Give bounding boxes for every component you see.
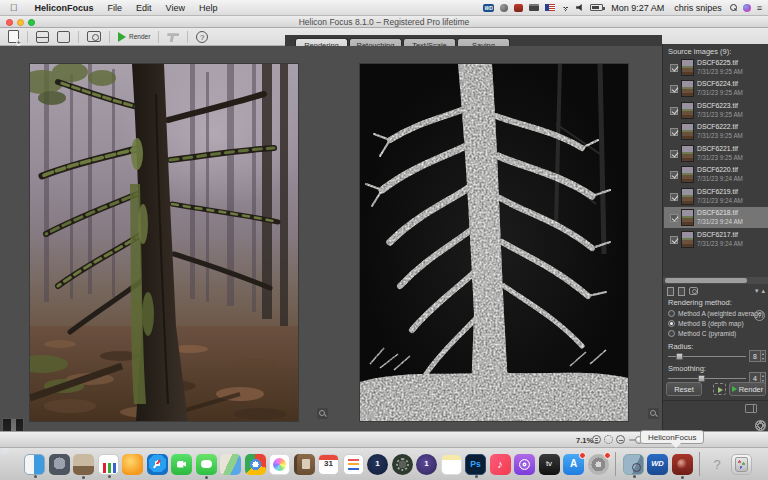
spinner-arrows[interactable] [760, 351, 765, 361]
vertical-layout-button[interactable] [57, 30, 70, 44]
source-image-row[interactable]: DSCF6221.tif7/31/23 9:25 AM [664, 143, 768, 164]
remove-image-icon[interactable] [678, 287, 685, 296]
horizontal-layout-button[interactable] [36, 30, 49, 44]
dock-finder[interactable] [24, 454, 45, 475]
dock-settings-gear[interactable] [392, 454, 413, 475]
checkbox-checked-icon[interactable] [670, 85, 678, 93]
method-help-icon[interactable]: ? [754, 310, 765, 321]
radius-slider[interactable] [668, 352, 746, 360]
dock-photos[interactable] [269, 454, 290, 475]
checkbox-checked-icon[interactable] [670, 150, 678, 158]
method-a-radio[interactable]: Method A (weighted average) [668, 310, 764, 317]
printer-icon[interactable] [529, 4, 539, 11]
dock-preview-photo[interactable] [73, 454, 94, 475]
source-image-row-selected[interactable]: DSCF6218.tif7/31/23 9:24 AM [664, 207, 768, 228]
notification-center-icon[interactable]: ≡ [757, 4, 762, 12]
moon-icon[interactable] [500, 4, 508, 12]
menu-user[interactable]: chris snipes [672, 3, 724, 13]
source-image-row[interactable]: DSCF6217.tif7/31/23 9:24 AM [664, 229, 768, 250]
menu-edit[interactable]: Edit [129, 3, 159, 13]
zoom-actual-size-icon[interactable] [592, 435, 601, 444]
open-images-button[interactable] [8, 30, 19, 44]
dock-launchpad[interactable] [49, 454, 70, 475]
radius-slider-knob[interactable] [676, 353, 683, 360]
dock-messages[interactable] [196, 454, 217, 475]
dock-helicon-focus[interactable] [672, 454, 693, 475]
checkbox-checked-icon[interactable] [670, 236, 678, 244]
dock-notes[interactable] [441, 454, 462, 475]
add-image-icon[interactable] [667, 287, 674, 296]
method-b-radio[interactable]: Method B (depth map) [668, 320, 744, 327]
apple-menu-icon[interactable]:  [10, 3, 18, 13]
menu-clock[interactable]: Mon 9:27 AM [609, 3, 666, 13]
dock-app-store[interactable]: A [563, 454, 584, 475]
dock-trash[interactable] [731, 454, 752, 475]
horizontal-scrollbar[interactable] [663, 277, 768, 284]
render-button[interactable]: Render [729, 382, 766, 396]
spotlight-icon[interactable] [730, 4, 737, 11]
radio-unselected-icon[interactable] [668, 330, 675, 337]
dock-contacts[interactable] [294, 454, 315, 475]
dock-photoshop[interactable]: Ps [465, 454, 486, 475]
dock-maps[interactable] [220, 454, 241, 475]
dock-calendar[interactable]: 31 [318, 454, 339, 475]
help-button[interactable]: ? [196, 30, 208, 44]
source-image-row[interactable]: DSCF6220.tif7/31/23 9:24 AM [664, 164, 768, 185]
menu-file[interactable]: File [101, 3, 130, 13]
checkbox-checked-icon[interactable] [670, 107, 678, 115]
source-image-row[interactable]: DSCF6224.tif7/31/23 9:25 AM [664, 78, 768, 99]
dock-onepassword-7[interactable]: 1 [367, 454, 388, 475]
radio-unselected-icon[interactable] [668, 310, 675, 317]
method-c-radio[interactable]: Method C (pyramid) [668, 330, 736, 337]
source-image-row[interactable]: DSCF6222.tif7/31/23 9:25 AM [664, 121, 768, 142]
volume-icon[interactable] [576, 4, 584, 12]
radio-selected-icon[interactable] [668, 320, 675, 327]
checkbox-checked-icon[interactable] [670, 214, 678, 222]
dock-podcasts[interactable] [514, 454, 535, 475]
red-app-icon[interactable] [514, 4, 523, 12]
smoothing-slider[interactable] [668, 374, 746, 382]
radius-spinner[interactable]: 8 [749, 350, 766, 362]
retouch-tool-button[interactable] [167, 30, 179, 44]
battery-icon[interactable] [590, 4, 603, 11]
dock-missing-app[interactable]: ? [707, 454, 728, 475]
dock-stocks[interactable] [98, 454, 119, 475]
dock-facetime[interactable] [171, 454, 192, 475]
reset-button[interactable]: Reset [666, 382, 702, 396]
menu-help[interactable]: Help [192, 3, 225, 13]
siri-icon[interactable] [743, 4, 751, 12]
wifi-icon[interactable] [561, 4, 570, 12]
menu-view[interactable]: View [159, 3, 192, 13]
camera-button[interactable] [87, 30, 101, 44]
source-image-row[interactable]: DSCF6223.tif7/31/23 9:25 AM [664, 100, 768, 121]
chevron-down-icon[interactable]: ▾ [755, 287, 759, 295]
window-titlebar[interactable]: Helicon Focus 8.1.0 – Registered Pro lif… [0, 16, 768, 28]
toolbar-render-button[interactable]: Render [118, 30, 150, 44]
magnifier-plus-icon[interactable] [317, 408, 328, 419]
wd-sync-icon[interactable]: WD [483, 4, 494, 12]
settings-gear-icon[interactable] [755, 420, 766, 431]
dock-system-preferences[interactable] [588, 454, 609, 475]
checkbox-checked-icon[interactable] [670, 171, 678, 179]
dock-wd-discovery[interactable]: WD [647, 454, 668, 475]
checkbox-checked-icon[interactable] [670, 128, 678, 136]
zoom-fit-icon[interactable] [604, 435, 613, 444]
dock-safari[interactable] [147, 454, 168, 475]
checkbox-checked-icon[interactable] [670, 193, 678, 201]
dock-image-capture[interactable] [623, 454, 644, 475]
source-image-row[interactable]: DSCF6219.tif7/31/23 9:24 AM [664, 186, 768, 207]
source-image-view[interactable] [30, 64, 298, 421]
source-image-row[interactable]: DSCF6225.tif7/31/23 9:25 AM [664, 57, 768, 78]
magnifier-plus-icon[interactable] [648, 408, 659, 419]
zoom-out-icon[interactable] [616, 435, 625, 444]
depth-map-view[interactable] [360, 64, 628, 421]
dock-onepassword[interactable]: 1 [416, 454, 437, 475]
menu-app-name[interactable]: HeliconFocus [28, 3, 101, 13]
dock-music[interactable]: ♪ [490, 454, 511, 475]
dock-apple-tv[interactable]: tv [539, 454, 560, 475]
dock-chrome[interactable] [245, 454, 266, 475]
chevron-up-icon[interactable]: ▴ [761, 287, 765, 295]
quick-render-button[interactable] [713, 383, 726, 395]
smoothing-slider-knob[interactable] [698, 375, 705, 382]
checkbox-checked-icon[interactable] [670, 64, 678, 72]
